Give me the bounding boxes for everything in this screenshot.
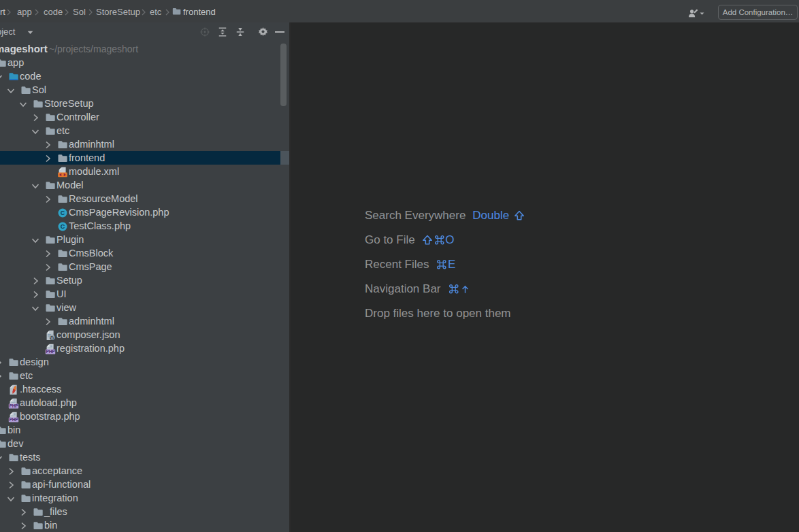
svg-text:C: C: [61, 210, 65, 216]
svg-text:PHP: PHP: [9, 403, 18, 408]
svg-text:PHP: PHP: [9, 417, 18, 422]
svg-text:PHP: PHP: [46, 349, 55, 354]
svg-text:C: C: [61, 223, 65, 230]
svg-text:{): {): [50, 335, 54, 341]
